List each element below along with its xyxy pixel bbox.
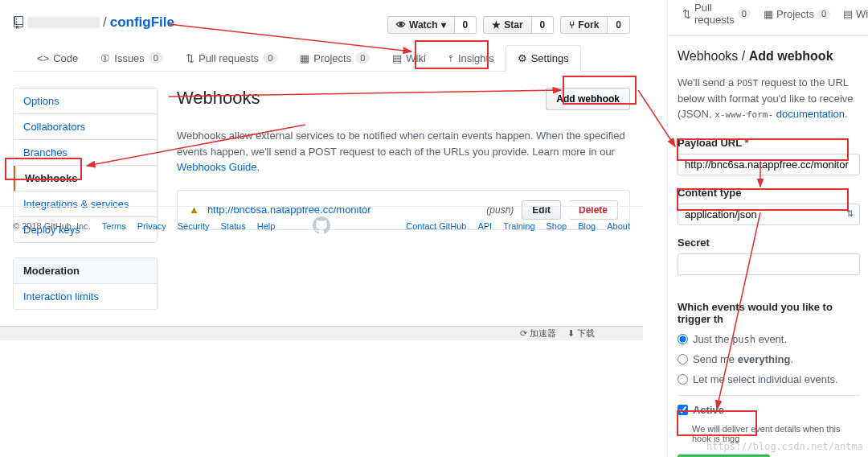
add-webhook-button[interactable]: Add webhook	[546, 88, 630, 110]
tab-settings-label: Settings	[531, 52, 569, 64]
taskbar: ⟳ 加速器 ⬇ 下载	[0, 326, 643, 340]
tab-pulls-label: Pull requests	[199, 52, 259, 64]
tab-wiki-label: Wiki	[406, 52, 426, 64]
tab-issues-count: 0	[149, 52, 163, 64]
webhooks-guide-link[interactable]: Webhooks Guide	[177, 161, 257, 173]
footer-contact[interactable]: Contact GitHub	[406, 221, 466, 231]
fork-button[interactable]: ⑂ Fork	[560, 16, 608, 34]
sidebar-item-options[interactable]: Options	[14, 89, 157, 114]
star-group: ★ Star 0	[483, 16, 554, 34]
desc-text: Webhooks allow external services to be n…	[177, 130, 625, 158]
watermark: https://blog.csdn.net/antma	[706, 441, 863, 452]
tab-settings[interactable]: ⚙ Settings	[506, 45, 581, 72]
tab-issues[interactable]: ① Issues 0	[89, 45, 174, 71]
payload-url-input[interactable]	[678, 154, 860, 175]
add-webhook-panel: ⇅ Pull requests 0 ▦ Projects 0 ▤ Wiki We…	[667, 0, 868, 457]
fork-label: Fork	[578, 19, 599, 31]
tab-code-label: Code	[53, 52, 78, 64]
star-count[interactable]: 0	[532, 16, 555, 34]
tab-projects-count: 0	[355, 52, 370, 64]
fork-count[interactable]: 0	[608, 16, 630, 34]
taskbar-item-2[interactable]: ⬇ 下载	[567, 327, 595, 340]
footer: © 2018 GitHub, Inc. Terms Privacy Securi…	[0, 206, 643, 245]
footer-security[interactable]: Security	[178, 221, 210, 231]
radio-push[interactable]: Just the push event.	[678, 333, 860, 345]
active-hint: We will deliver event details when this …	[692, 424, 860, 443]
radio-push-input[interactable]	[678, 334, 688, 344]
path-sep: /	[103, 14, 107, 31]
secret-input[interactable]	[678, 253, 860, 275]
sidebar-item-webhooks[interactable]: Webhooks	[14, 166, 157, 191]
mini-tab-wiki[interactable]: ▤ Wiki	[843, 2, 868, 26]
webhooks-description: Webhooks allow external services to be n…	[177, 128, 630, 175]
star-label: Star	[504, 19, 522, 31]
active-label: Active	[693, 404, 724, 416]
footer-privacy[interactable]: Privacy	[137, 221, 166, 231]
sidebar-item-collaborators[interactable]: Collaborators	[14, 114, 157, 140]
tab-pulls[interactable]: ⇅ Pull requests 0	[174, 45, 289, 71]
tab-insights-label: Insights	[458, 52, 494, 64]
radio-individual[interactable]: Let me select individual events.	[678, 373, 860, 385]
footer-shop[interactable]: Shop	[547, 221, 567, 231]
content-type-label: Content type	[678, 187, 860, 199]
tab-code[interactable]: <> Code	[26, 45, 89, 71]
watch-label: Watch	[409, 19, 438, 31]
submit-add-webhook-button[interactable]: Add webhook	[678, 455, 770, 458]
star-button[interactable]: ★ Star	[483, 16, 531, 34]
footer-about[interactable]: About	[607, 221, 630, 231]
intro-text: We'll send a POST request to the URL bel…	[678, 75, 860, 122]
tab-pulls-count: 0	[263, 52, 277, 64]
radio-everything-input[interactable]	[678, 354, 688, 364]
content-type-select[interactable]: application/json	[678, 204, 860, 225]
footer-help[interactable]: Help	[257, 221, 276, 231]
radio-everything[interactable]: Send me everything.	[678, 353, 860, 365]
tab-projects-label: Projects	[313, 52, 351, 64]
taskbar-item-1[interactable]: ⟳ 加速器	[520, 327, 556, 340]
sidebar-header-moderation: Moderation	[14, 258, 157, 284]
fork-group: ⑂ Fork 0	[560, 16, 630, 34]
mini-tab-pulls[interactable]: ⇅ Pull requests 0	[682, 2, 751, 26]
tab-wiki[interactable]: ▤ Wiki	[381, 45, 437, 71]
active-checkbox[interactable]	[678, 405, 688, 415]
footer-api[interactable]: API	[477, 221, 492, 231]
tab-insights[interactable]: ⫯ Insights	[437, 45, 506, 71]
watch-count[interactable]: 0	[455, 16, 477, 34]
mini-tab-projects[interactable]: ▦ Projects 0	[764, 2, 830, 26]
footer-training[interactable]: Training	[503, 221, 534, 231]
footer-blog[interactable]: Blog	[578, 221, 596, 231]
sidebar-item-branches[interactable]: Branches	[14, 140, 157, 166]
github-logo-icon[interactable]	[313, 216, 330, 236]
documentation-link[interactable]: documentation	[776, 108, 845, 120]
payload-url-label: Payload URL *	[678, 137, 860, 149]
watch-group: 👁 Watch ▾ 0	[387, 16, 477, 34]
repo-icon	[13, 16, 24, 29]
events-question: Which events would you like to trigger t…	[678, 301, 860, 325]
secret-label: Secret	[678, 237, 860, 249]
footer-status[interactable]: Status	[221, 221, 246, 231]
owner-blur	[27, 17, 100, 28]
tab-projects[interactable]: ▦ Projects 0	[289, 45, 381, 71]
sidebar-item-interaction-limits[interactable]: Interaction limits	[14, 284, 157, 309]
active-checkbox-row[interactable]: Active	[678, 404, 860, 416]
repo-tabs: <> Code ① Issues 0 ⇅ Pull requests 0 ▦ P…	[13, 45, 630, 72]
radio-individual-input[interactable]	[678, 374, 688, 385]
repo-name-link[interactable]: configFile	[110, 14, 174, 31]
copyright: © 2018 GitHub, Inc.	[13, 221, 91, 231]
footer-terms[interactable]: Terms	[102, 221, 126, 231]
watch-button[interactable]: 👁 Watch ▾	[387, 16, 455, 34]
tab-issues-label: Issues	[114, 52, 145, 64]
breadcrumb: Webhooks / Add webhook	[678, 49, 860, 64]
